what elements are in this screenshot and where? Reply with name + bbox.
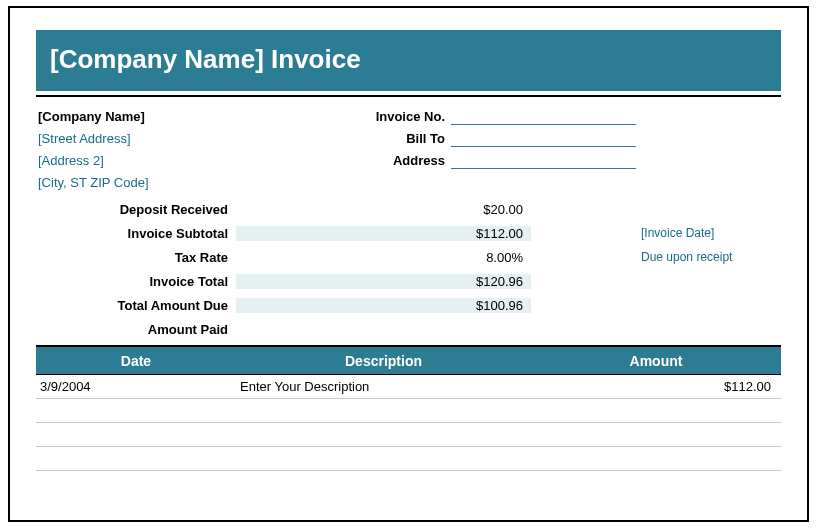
invoice-total-value: $120.96: [236, 274, 531, 289]
invoice-subtotal-label: Invoice Subtotal: [36, 226, 236, 241]
cell-date[interactable]: 3/9/2004: [36, 379, 236, 394]
total-amount-due-value: $100.96: [236, 298, 531, 313]
line-items-table: Date Description Amount 3/9/2004 Enter Y…: [36, 345, 781, 471]
bill-to-label: Bill To: [331, 131, 451, 146]
deposit-received-label: Deposit Received: [36, 202, 236, 217]
table-row-empty[interactable]: [36, 423, 781, 447]
table-row[interactable]: 3/9/2004 Enter Your Description $112.00: [36, 375, 781, 399]
invoice-title-bar: [Company Name] Invoice: [36, 30, 781, 91]
company-city-zip: [City, ST ZIP Code]: [36, 175, 331, 190]
cell-description[interactable]: Enter Your Description: [236, 379, 531, 394]
company-name: [Company Name]: [36, 109, 331, 124]
invoice-total-label: Invoice Total: [36, 274, 236, 289]
invoice-no-field[interactable]: [451, 107, 636, 125]
invoice-no-label: Invoice No.: [331, 109, 451, 124]
company-street: [Street Address]: [36, 131, 331, 146]
invoice-content: [Company Name] Invoice [Company Name] In…: [10, 8, 807, 471]
bill-to-field[interactable]: [451, 129, 636, 147]
company-address2: [Address 2]: [36, 153, 331, 168]
col-header-amount: Amount: [531, 353, 781, 369]
table-row-empty[interactable]: [36, 447, 781, 471]
invoice-subtotal-value: $112.00: [236, 226, 531, 241]
invoice-title: [Company Name] Invoice: [50, 44, 361, 74]
deposit-received-value: $20.00: [236, 202, 531, 217]
tax-rate-value: 8.00%: [236, 250, 531, 265]
cell-amount[interactable]: $112.00: [531, 379, 781, 394]
total-amount-due-label: Total Amount Due: [36, 298, 236, 313]
col-header-date: Date: [36, 353, 236, 369]
header-rule: [36, 95, 781, 97]
table-row-empty[interactable]: [36, 399, 781, 423]
tax-rate-label: Tax Rate: [36, 250, 236, 265]
invoice-date-side: [Invoice Date]: [531, 226, 781, 240]
header-info: [Company Name] Invoice No. [Street Addre…: [36, 105, 781, 193]
invoice-page: [Company Name] Invoice [Company Name] In…: [8, 6, 809, 522]
table-header-row: Date Description Amount: [36, 347, 781, 375]
col-header-description: Description: [236, 353, 531, 369]
address-label: Address: [331, 153, 451, 168]
summary-block: Deposit Received $20.00 Invoice Subtotal…: [36, 197, 781, 341]
address-field[interactable]: [451, 151, 636, 169]
due-text-side: Due upon receipt: [531, 250, 781, 264]
amount-paid-label: Amount Paid: [36, 322, 236, 337]
